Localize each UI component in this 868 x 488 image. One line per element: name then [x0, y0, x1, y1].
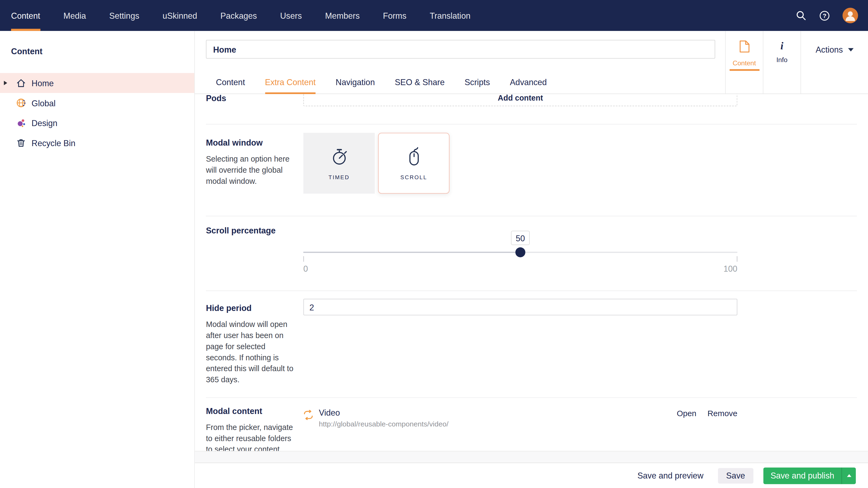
save-and-preview-link[interactable]: Save and preview — [638, 471, 703, 480]
editor-body: Pods Add content Modal window Selecting … — [195, 94, 868, 451]
tab-extra-content[interactable]: Extra Content — [255, 70, 326, 94]
pods-row: Pods Add content — [206, 94, 857, 124]
save-button[interactable]: Save — [718, 468, 753, 483]
tree-item-design[interactable]: Design — [0, 113, 194, 133]
editor-footer: Save and preview Save Save and publish — [195, 462, 868, 488]
nav-content[interactable]: Content — [11, 0, 40, 31]
tab-scripts[interactable]: Scripts — [455, 70, 500, 94]
section-nav: Content Media Settings uSkinned Packages… — [0, 0, 494, 31]
nav-settings[interactable]: Settings — [109, 0, 140, 31]
content-tabs: Content Extra Content Navigation SEO & S… — [206, 70, 725, 94]
app-tab-info[interactable]: i Info — [763, 31, 801, 94]
tab-content[interactable]: Content — [206, 70, 255, 94]
modal-content-description: From the picker, navigate to either reus… — [206, 422, 296, 451]
tree-item-recycle-bin[interactable]: Recycle Bin — [0, 133, 194, 153]
modal-content-row: Modal content From the picker, navigate … — [206, 398, 857, 451]
sidebar-title: Content — [0, 31, 194, 58]
save-and-publish-label: Save and publish — [763, 467, 841, 484]
app: Content Media Settings uSkinned Packages… — [0, 0, 868, 488]
picked-item-title: Video — [319, 408, 448, 418]
modal-option-timed-label: TIMED — [329, 174, 350, 180]
active-tab-underline — [730, 69, 759, 71]
editor-header-left: Content Extra Content Navigation SEO & S… — [195, 31, 725, 94]
tree-item-label: Global — [31, 98, 55, 108]
chevron-up-icon[interactable] — [841, 467, 856, 484]
modal-option-timed[interactable]: TIMED — [303, 133, 375, 194]
hide-period-description: Modal window will open after user has be… — [206, 319, 296, 385]
add-content-button[interactable]: Add content — [303, 94, 737, 106]
app-tab-info-label: Info — [776, 56, 787, 64]
page-title-input[interactable] — [206, 40, 715, 59]
app-tab-content[interactable]: Content — [725, 31, 763, 94]
nav-forms[interactable]: Forms — [383, 0, 407, 31]
search-icon[interactable] — [796, 10, 807, 21]
picked-content-item: Video http://global/reusable-components/… — [303, 405, 737, 451]
picked-item-text: Video http://global/reusable-components/… — [319, 408, 448, 428]
slider-value: 50 — [516, 233, 525, 242]
tree-item-label: Design — [31, 118, 57, 128]
tab-navigation[interactable]: Navigation — [326, 70, 385, 94]
slider-tick-min — [303, 256, 304, 262]
save-and-publish-button[interactable]: Save and publish — [763, 467, 856, 484]
hide-period-row: Hide period Modal window will open after… — [206, 291, 857, 398]
trash-icon — [16, 137, 27, 148]
scroll-percentage-slider[interactable]: 50 0 100 — [303, 225, 737, 276]
nav-uskinned[interactable]: uSkinned — [162, 0, 197, 31]
scroll-percentage-label: Scroll percentage — [206, 225, 298, 236]
actions-dropdown[interactable]: Actions — [801, 31, 868, 94]
globe-icon — [16, 97, 27, 108]
design-icon — [16, 118, 27, 129]
tree-item-label: Home — [31, 78, 54, 88]
nav-members[interactable]: Members — [325, 0, 360, 31]
editor-main: Content Extra Content Navigation SEO & S… — [195, 31, 868, 488]
avatar[interactable] — [842, 8, 858, 23]
document-icon — [738, 40, 750, 55]
svg-text:?: ? — [823, 12, 827, 19]
chevron-right-icon[interactable] — [4, 81, 7, 85]
chevron-down-icon — [848, 48, 854, 52]
content-tree: Home Global Design Recycle Bin — [0, 73, 194, 153]
actions-label: Actions — [816, 45, 843, 94]
modal-option-scroll[interactable]: SCROLL — [378, 133, 450, 194]
app-tab-content-label: Content — [733, 59, 756, 67]
hide-period-input[interactable] — [303, 299, 737, 315]
slider-fill — [303, 252, 520, 253]
scroll-percentage-row: Scroll percentage 50 0 100 — [206, 216, 857, 291]
bottom-strip — [195, 451, 868, 462]
content-tree-sidebar: Content Home Global Design — [0, 31, 195, 488]
picked-item-url: http://global/reusable-components/video/ — [319, 420, 448, 428]
nav-translation[interactable]: Translation — [430, 0, 470, 31]
tab-advanced[interactable]: Advanced — [500, 70, 557, 94]
modal-content-label: Modal content — [206, 405, 298, 417]
info-icon: i — [780, 40, 783, 52]
top-navigation: Content Media Settings uSkinned Packages… — [0, 0, 868, 31]
help-icon[interactable]: ? — [818, 10, 830, 22]
modal-window-row: Modal window Selecting an option here wi… — [206, 124, 857, 216]
hide-period-label: Hide period — [206, 302, 298, 314]
modal-option-scroll-label: SCROLL — [400, 174, 427, 180]
topnav-right: ? — [796, 0, 868, 31]
slider-tick-max — [737, 256, 737, 262]
tree-item-label: Recycle Bin — [31, 138, 75, 148]
slider-min-label: 0 — [303, 264, 308, 273]
open-link[interactable]: Open — [677, 409, 696, 418]
stopwatch-icon — [329, 147, 349, 169]
nav-packages[interactable]: Packages — [220, 0, 257, 31]
picked-item-actions: Open Remove — [677, 409, 737, 418]
editor-header: Content Extra Content Navigation SEO & S… — [195, 31, 868, 94]
nav-users[interactable]: Users — [280, 0, 302, 31]
slider-max-label: 100 — [723, 264, 737, 273]
pods-label: Pods — [206, 94, 298, 104]
home-icon — [16, 77, 27, 89]
modal-window-label: Modal window — [206, 137, 298, 148]
tab-seo-share[interactable]: SEO & Share — [385, 70, 455, 94]
tree-item-global[interactable]: Global — [0, 93, 194, 113]
tree-item-home[interactable]: Home — [0, 73, 194, 93]
slider-value-bubble: 50 — [511, 231, 530, 245]
remove-link[interactable]: Remove — [707, 409, 737, 418]
modal-window-description: Selecting an option here will override t… — [206, 153, 296, 186]
slider-thumb[interactable] — [516, 247, 525, 257]
nav-media[interactable]: Media — [63, 0, 86, 31]
mouse-icon — [404, 147, 424, 169]
repeat-icon — [303, 410, 313, 420]
